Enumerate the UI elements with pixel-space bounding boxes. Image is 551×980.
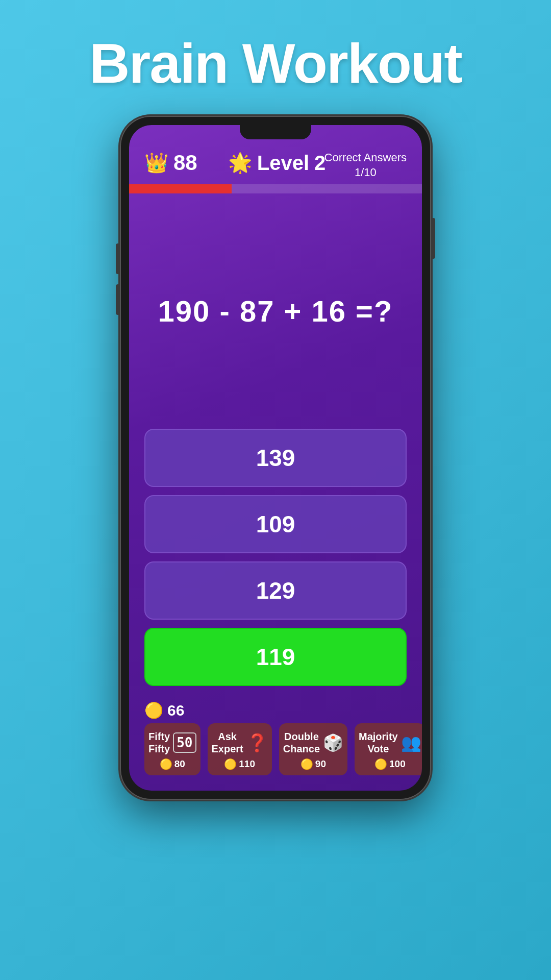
powerup-ask-expert-top: AskExpert ❓ <box>212 730 268 755</box>
correct-answers: Correct Answers 1/10 <box>324 151 407 180</box>
powerup-fifty-fifty-label: FiftyFifty <box>148 730 170 755</box>
coins-row: 🟡 66 <box>129 696 422 723</box>
answer-button-3[interactable]: 119 <box>144 628 407 686</box>
score-section: 👑 88 <box>144 151 197 175</box>
level-label: Level <box>257 152 309 175</box>
question-area: 190 - 87 + 16 =? <box>129 193 422 429</box>
powerup-double-chance-cost: 🟡 90 <box>300 758 326 770</box>
coin-icon-majority: 🟡 <box>374 758 387 770</box>
app-title: Brain Workout <box>89 31 462 95</box>
powerup-double-chance[interactable]: DoubleChance 🎲 🟡 90 <box>279 723 347 775</box>
phone-screen: 👑 88 🌟 Level 2 Correct Answers 1/10 190 … <box>129 125 422 791</box>
coins-amount: 66 <box>167 702 184 719</box>
volume-down-button <box>116 284 120 315</box>
answer-button-2[interactable]: 129 <box>144 561 407 620</box>
powerups-row: FiftyFifty 50 🟡 80 AskExpert ❓ 🟡 110 <box>129 723 422 791</box>
progress-bar <box>129 184 422 193</box>
coin-icon-fifty: 🟡 <box>160 758 172 770</box>
coin-icon-double: 🟡 <box>300 758 313 770</box>
star-icon: 🌟 <box>228 152 252 174</box>
powerup-double-chance-top: DoubleChance 🎲 <box>283 730 343 755</box>
powerup-majority-vote-cost-value: 100 <box>389 758 406 770</box>
game-header: 👑 88 🌟 Level 2 Correct Answers 1/10 <box>129 125 422 180</box>
coin-icon: 🟡 <box>144 701 163 719</box>
powerup-double-chance-cost-value: 90 <box>315 758 326 770</box>
phone-left-buttons <box>116 243 120 315</box>
powerup-fifty-fifty-cost: 🟡 80 <box>160 758 185 770</box>
powerup-ask-expert-cost: 🟡 110 <box>224 758 255 770</box>
correct-answers-label: Correct Answers <box>324 151 407 164</box>
powerup-double-chance-icon: 🎲 <box>323 733 343 752</box>
powerup-majority-vote-top: MajorityVote 👥 <box>359 730 421 755</box>
progress-bar-fill <box>129 184 232 193</box>
powerup-double-chance-label: DoubleChance <box>283 730 320 755</box>
powerup-ask-expert-icon: ❓ <box>246 732 268 753</box>
powerup-fifty-fifty-icon: 50 <box>173 732 196 753</box>
powerup-ask-expert-cost-value: 110 <box>239 758 255 770</box>
powerup-ask-expert-label: AskExpert <box>212 730 243 755</box>
phone-frame: 👑 88 🌟 Level 2 Correct Answers 1/10 190 … <box>120 116 431 800</box>
powerup-majority-vote-label: MajorityVote <box>359 730 398 755</box>
crown-icon: 👑 <box>144 152 168 174</box>
volume-up-button <box>116 243 120 274</box>
coin-icon-expert: 🟡 <box>224 758 237 770</box>
score-value: 88 <box>173 151 197 175</box>
powerup-fifty-fifty[interactable]: FiftyFifty 50 🟡 80 <box>144 723 201 775</box>
answer-button-1[interactable]: 109 <box>144 495 407 553</box>
answers-section: 139 109 129 119 <box>129 429 422 696</box>
correct-answers-value: 1/10 <box>355 166 377 179</box>
level-section: 🌟 Level 2 <box>228 152 326 175</box>
powerup-fifty-fifty-top: FiftyFifty 50 <box>148 730 196 755</box>
powerup-majority-vote-icon: 👥 <box>401 733 421 752</box>
powerup-majority-vote[interactable]: MajorityVote 👥 🟡 100 <box>355 723 422 775</box>
question-text: 190 - 87 + 16 =? <box>158 294 393 328</box>
powerup-majority-vote-cost: 🟡 100 <box>374 758 406 770</box>
powerup-fifty-fifty-cost-value: 80 <box>174 758 185 770</box>
powerup-ask-expert[interactable]: AskExpert ❓ 🟡 110 <box>208 723 272 775</box>
answer-button-0[interactable]: 139 <box>144 429 407 487</box>
